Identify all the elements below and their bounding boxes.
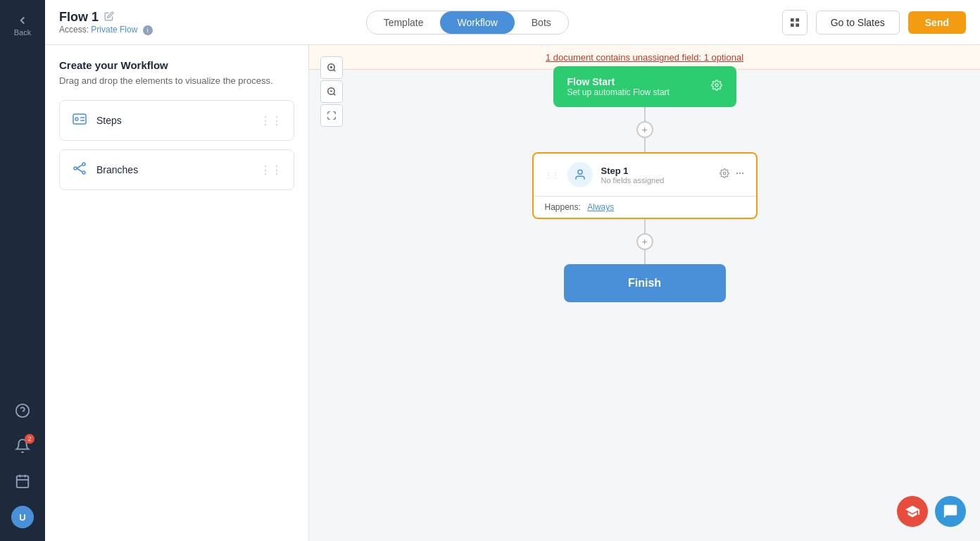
back-label: Back [14,28,31,37]
connector-2: + [636,219,653,264]
step-title: Step 1 [601,166,711,176]
svg-line-18 [77,168,82,172]
svg-point-27 [578,170,582,174]
steps-icon [71,111,88,130]
title-area: Flow 1 Access: Private Flow i [59,10,153,35]
svg-rect-8 [791,23,794,27]
notification-icon[interactable]: 2 [8,431,37,461]
help-icon[interactable] [8,396,37,425]
access-type-link[interactable]: Private Flow [91,25,137,35]
step-more-icon[interactable] [735,168,745,181]
left-panel: Create your Workflow Drag and drop the e… [45,45,309,541]
svg-rect-2 [17,476,29,488]
finish-label: Finish [628,277,661,289]
branches-icon [71,160,88,180]
flow-start-subtitle: Set up automatic Flow start [567,87,670,97]
step-footer: Happens: Always [534,196,756,218]
step-subtitle: No fields assigned [601,176,711,185]
tab-workflow[interactable]: Workflow [440,11,514,34]
info-icon[interactable]: i [143,25,153,35]
connector-line-4 [644,250,646,264]
workflow-area: Create your Workflow Drag and drop the e… [45,45,980,541]
sidebar: Back 2 U [0,0,45,541]
add-step-button-1[interactable]: + [636,121,653,138]
finish-node: Finish [564,264,726,302]
header-actions: Go to Slates Send [782,10,966,35]
flow-start-gear-icon[interactable] [711,80,722,94]
svg-point-15 [82,163,85,166]
steps-drag-item[interactable]: Steps ⋮⋮ [59,100,294,141]
main-content: Flow 1 Access: Private Flow i Template W… [45,0,980,541]
grid-view-button[interactable] [782,10,808,35]
svg-point-30 [739,173,740,174]
flow-start-title: Flow Start [567,76,670,87]
branches-drag-item[interactable]: Branches ⋮⋮ [59,149,294,190]
step-user-icon [567,162,593,187]
svg-point-14 [74,167,77,170]
svg-rect-7 [796,18,799,22]
svg-point-16 [82,171,85,174]
svg-point-26 [715,84,718,87]
happens-value-link[interactable]: Always [587,202,614,212]
add-step-button-2[interactable]: + [636,233,653,250]
steps-drag-handle: ⋮⋮ [260,114,282,128]
step-actions [720,168,745,181]
panel-title: Create your Workflow [59,59,294,71]
notification-badge: 2 [25,434,34,444]
access-label: Access: [59,25,89,35]
goto-slates-button[interactable]: Go to Slates [816,11,900,35]
step-1-node: ⋮⋮ Step 1 No fields assigned [532,152,758,219]
send-button[interactable]: Send [908,11,966,34]
chat-support-icon[interactable] [935,496,966,527]
svg-point-28 [723,172,726,175]
flow-start-node: Flow Start Set up automatic Flow start [553,66,736,107]
chat-icons [897,496,966,527]
connector-line-3 [644,219,646,233]
connector-line-2 [644,138,646,152]
edit-icon[interactable] [104,10,114,25]
steps-label: Steps [96,115,122,126]
svg-point-29 [736,173,737,174]
tab-bots[interactable]: Bots [515,11,568,34]
step-gear-icon[interactable] [720,168,729,181]
panel-description: Drag and drop the elements to visualize … [59,75,294,86]
svg-rect-6 [791,18,794,22]
connector-1: + [636,107,653,152]
svg-point-11 [75,118,78,120]
header-center: Template Workflow Bots [153,11,782,35]
svg-rect-9 [796,23,799,27]
access-line: Access: Private Flow i [59,25,153,35]
svg-point-31 [741,173,743,174]
tasks-icon[interactable] [8,466,37,496]
svg-line-17 [77,165,82,168]
canvas: 1 document contains unassigned field: 1 … [309,45,980,541]
header: Flow 1 Access: Private Flow i Template W… [45,0,980,45]
avatar: U [11,506,34,528]
user-avatar[interactable]: U [7,502,38,533]
flow-title: Flow 1 [59,10,99,25]
back-button[interactable]: Back [8,8,37,42]
flow-diagram: Flow Start Set up automatic Flow start + [309,45,980,541]
connector-line-1 [644,107,646,121]
step-drag-handle: ⋮⋮ [545,171,559,179]
happens-label: Happens: [545,202,581,212]
tab-group: Template Workflow Bots [366,11,569,35]
branches-label: Branches [96,164,138,175]
branches-drag-handle: ⋮⋮ [260,163,282,177]
tab-template[interactable]: Template [367,11,441,34]
academy-icon[interactable] [897,496,928,527]
